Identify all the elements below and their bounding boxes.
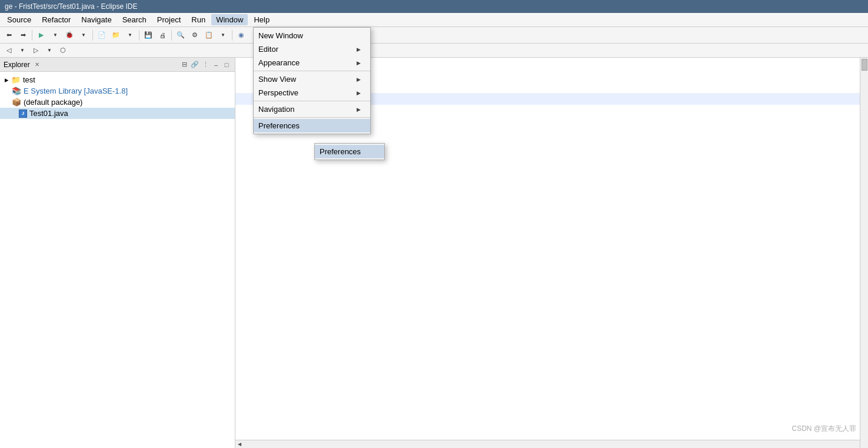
tree-item-pkg-label: (default package) <box>24 98 82 107</box>
toolbar-sep1 <box>32 30 32 41</box>
toolbar-run-dropdown[interactable]: ▼ <box>49 29 62 42</box>
menu-source[interactable]: Source <box>2 14 36 25</box>
explorer-dots-btn[interactable]: ⋮ <box>201 60 210 69</box>
menu-help[interactable]: Help <box>249 14 274 25</box>
nav-external[interactable]: ⬡ <box>56 44 69 57</box>
navigation-label: Navigation <box>258 105 294 114</box>
appearance-label: Appearance <box>258 58 300 67</box>
tree-item-test[interactable]: ▸ 📁 test <box>0 74 235 85</box>
nav-forward[interactable]: ▷ <box>29 44 42 57</box>
toolbar-save-all[interactable]: 💾 <box>142 29 155 42</box>
tree-item-jre[interactable]: 📚 E System Library [JavaSE-1.8] <box>0 85 235 97</box>
menu-bar: Source Refactor Navigate Search Project … <box>0 13 868 27</box>
explorer-tree: ▸ 📁 test 📚 E System Library [JavaSE-1.8]… <box>0 72 235 448</box>
scrollbar-thumb[interactable] <box>862 59 867 71</box>
tree-item-test-label: test <box>23 75 35 84</box>
main-toolbar: ⬅ ➡ ▶ ▼ 🐞 ▼ 📄 📁 ▼ 💾 🖨 🔍 ⚙ 📋 ▼ ◉ ◈ 🌐 <box>0 27 868 44</box>
menu-window[interactable]: Window <box>211 14 248 25</box>
explorer-close-icon[interactable]: ✕ <box>35 61 39 68</box>
scrollbar-bottom[interactable]: ◀ <box>235 440 860 448</box>
scroll-left-arrow[interactable]: ◀ <box>235 440 244 449</box>
toolbar-sep2 <box>92 30 93 41</box>
preferences-submenu: Preferences <box>314 143 385 160</box>
toolbar-perspective[interactable]: ◉ <box>235 29 248 42</box>
toolbar-run[interactable]: ▶ <box>35 29 48 42</box>
toolbar-new[interactable]: 📄 <box>95 29 108 42</box>
toolbar-sep4 <box>171 30 172 41</box>
explorer-title-text: Explorer <box>4 61 30 69</box>
new-window-label: New Window <box>258 31 303 40</box>
watermark: CSDN @宣布无人罪 <box>791 424 856 434</box>
toolbar-sep3 <box>139 30 139 41</box>
tree-item-default-pkg[interactable]: 📦 (default package) <box>0 97 235 108</box>
editor-label: Editor <box>258 45 278 54</box>
tree-item-jre-label: E System Library [JavaSE-1.8] <box>24 87 128 95</box>
window-dropdown: New Window Editor ▶ Appearance ▶ Show Vi… <box>253 27 371 134</box>
title-text: ge - FristTest/src/Test01.java - Eclipse… <box>5 2 137 11</box>
package-icon: 📦 <box>12 98 21 107</box>
toolbar-history[interactable]: 📋 <box>202 29 215 42</box>
menu-sep1 <box>254 71 370 71</box>
scrollbar-right[interactable] <box>860 58 868 448</box>
menu-project[interactable]: Project <box>152 14 185 25</box>
show-view-label: Show View <box>258 75 296 84</box>
tree-item-test01[interactable]: J Test01.java <box>0 108 235 119</box>
editor-arrow: ▶ <box>357 47 361 52</box>
menu-editor[interactable]: Editor ▶ <box>254 42 370 56</box>
toolbar-refactor[interactable]: ⚙ <box>188 29 201 42</box>
toolbar-back[interactable]: ⬅ <box>2 29 15 42</box>
menu-sep3 <box>254 117 370 118</box>
perspective-label: Perspective <box>258 88 298 97</box>
menu-sep2 <box>254 101 370 101</box>
submenu-preferences[interactable]: Preferences <box>315 145 384 158</box>
submenu-preferences-label: Preferences <box>320 147 361 156</box>
menu-refactor[interactable]: Refactor <box>37 14 75 25</box>
explorer-link-btn[interactable]: 🔗 <box>190 60 199 69</box>
explorer-title-area: Explorer ✕ <box>4 61 39 69</box>
menu-search[interactable]: Search <box>118 14 151 25</box>
java-file-icon: J <box>19 109 27 118</box>
menu-appearance[interactable]: Appearance ▶ <box>254 56 370 69</box>
perspective-arrow: ▶ <box>357 90 361 96</box>
toolbar-search[interactable]: 🔍 <box>174 29 187 42</box>
explorer-panel: Explorer ✕ ⊟ 🔗 ⋮ – □ ▸ 📁 test 📚 E System… <box>0 58 235 448</box>
explorer-header: Explorer ✕ ⊟ 🔗 ⋮ – □ <box>0 58 235 72</box>
menu-navigate[interactable]: Navigate <box>77 14 116 25</box>
menu-perspective[interactable]: Perspective ▶ <box>254 86 370 99</box>
navigation-arrow: ▶ <box>357 107 361 112</box>
folder-icon: ▸ <box>5 75 9 84</box>
nav-back-dropdown[interactable]: ▼ <box>16 44 29 57</box>
menu-show-view[interactable]: Show View ▶ <box>254 72 370 86</box>
jre-icon: 📚 <box>12 87 21 95</box>
toolbar-debug-dropdown[interactable]: ▼ <box>77 29 90 42</box>
toolbar-open-dropdown[interactable]: ▼ <box>124 29 137 42</box>
folder-icon2: 📁 <box>11 75 21 84</box>
toolbar-sep5 <box>232 30 232 41</box>
menu-preferences[interactable]: Preferences <box>254 119 370 132</box>
explorer-actions: ⊟ 🔗 ⋮ – □ <box>179 60 231 69</box>
tree-item-test01-label: Test01.java <box>29 109 68 118</box>
toolbar-debug[interactable]: 🐞 <box>63 29 76 42</box>
toolbar-forward[interactable]: ➡ <box>16 29 29 42</box>
toolbar-history-dropdown[interactable]: ▼ <box>217 29 230 42</box>
toolbar-print[interactable]: 🖨 <box>156 29 169 42</box>
nav-toolbar: ◁ ▼ ▷ ▼ ⬡ <box>0 44 868 58</box>
show-view-arrow: ▶ <box>357 77 361 82</box>
title-bar: ge - FristTest/src/Test01.java - Eclipse… <box>0 0 868 13</box>
preferences-label: Preferences <box>258 121 300 130</box>
appearance-arrow: ▶ <box>357 60 361 66</box>
menu-run[interactable]: Run <box>187 14 210 25</box>
explorer-min-btn[interactable]: – <box>211 60 221 69</box>
main-content: Explorer ✕ ⊟ 🔗 ⋮ – □ ▸ 📁 test 📚 E System… <box>0 58 868 448</box>
menu-navigation[interactable]: Navigation ▶ <box>254 102 370 116</box>
explorer-collapse-btn[interactable]: ⊟ <box>179 60 189 69</box>
nav-back[interactable]: ◁ <box>2 44 15 57</box>
toolbar-open[interactable]: 📁 <box>109 29 122 42</box>
explorer-max-btn[interactable]: □ <box>222 60 231 69</box>
menu-new-window[interactable]: New Window <box>254 29 370 42</box>
nav-forward-dropdown[interactable]: ▼ <box>43 44 56 57</box>
